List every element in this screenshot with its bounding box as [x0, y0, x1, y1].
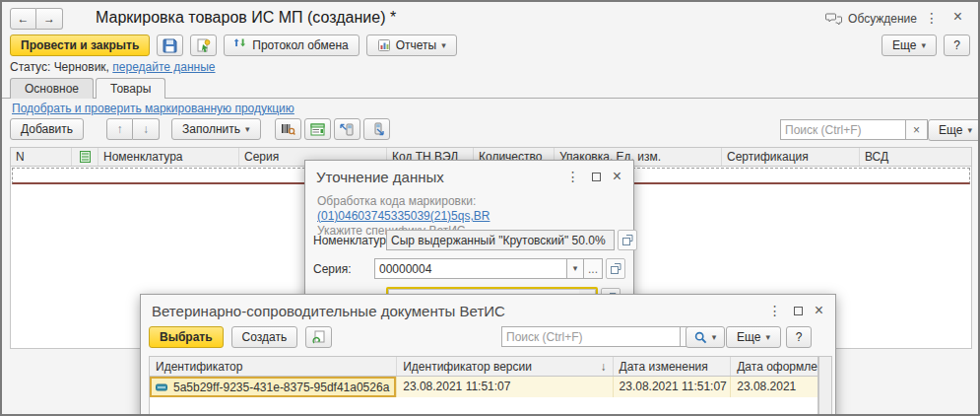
- tsd-unload-button[interactable]: [363, 118, 390, 140]
- goods-toolbar: Добавить ↑ ↓ Заполнить ▾: [10, 118, 390, 140]
- nomenclature-field[interactable]: [386, 230, 615, 250]
- save-button[interactable]: [157, 35, 183, 56]
- vetis-search-input[interactable]: [501, 326, 681, 347]
- fill-button[interactable]: Заполнить ▾: [171, 118, 260, 140]
- col-n[interactable]: N: [11, 148, 72, 166]
- vsd-change-date-cell[interactable]: 23.08.2021 11:51:07: [614, 377, 732, 397]
- open-icon: [611, 263, 621, 274]
- exchange-protocol-button[interactable]: Протокол обмена: [224, 35, 359, 56]
- col-certification[interactable]: Сертификация: [722, 148, 860, 166]
- refresh-document-icon: [312, 330, 326, 345]
- goods-more-label: Еще: [939, 123, 962, 137]
- move-down-button[interactable]: ↓: [133, 118, 160, 140]
- nomenclature-open-button[interactable]: [618, 230, 637, 250]
- vetis-more-dropdown-icon: ▾: [765, 333, 770, 342]
- save-icon: [163, 38, 177, 53]
- goods-more-button[interactable]: Еще ▾: [928, 119, 980, 141]
- reports-dropdown-icon: ▾: [441, 41, 446, 50]
- tsd-load-icon: [340, 122, 355, 136]
- clarify-titlebar: Уточнение данных ⋮ ×: [305, 161, 633, 190]
- post-document-icon: [196, 38, 211, 53]
- clarify-close-icon[interactable]: ×: [613, 169, 621, 184]
- vsd-issue-date-cell[interactable]: 23.08.2021: [731, 377, 817, 397]
- col-marking-state[interactable]: [72, 148, 98, 166]
- goods-search-group: ×: [780, 119, 928, 140]
- nomenclature-row: Номенклатура:: [313, 230, 625, 250]
- window-menu-icon[interactable]: ⋮: [925, 11, 939, 25]
- vetis-more-button[interactable]: Еще ▾: [726, 326, 781, 348]
- search-settings-button[interactable]: ▾: [686, 326, 725, 348]
- back-button[interactable]: ←: [10, 8, 36, 30]
- vetis-help-button[interactable]: ?: [786, 326, 812, 348]
- series-row: Серия: ▾ ...: [313, 258, 625, 279]
- select-button[interactable]: Выбрать: [149, 326, 224, 348]
- vsd-id-cell[interactable]: 5a5b29ff-9235-431e-8375-95df41a0526a: [150, 377, 397, 397]
- col-version-id[interactable]: Идентификатор версии ↓: [397, 357, 613, 376]
- vetis-menu-icon[interactable]: ⋮: [768, 304, 782, 317]
- reports-button[interactable]: Отчеты ▾: [366, 35, 457, 56]
- barcode-icon: [281, 122, 295, 136]
- check-marking-codes-button[interactable]: [304, 118, 331, 140]
- col-identifier[interactable]: Идентификатор: [150, 357, 397, 376]
- move-up-button[interactable]: ↑: [106, 118, 133, 140]
- vetis-close-icon[interactable]: ×: [815, 303, 823, 318]
- create-button[interactable]: Создать: [231, 326, 298, 348]
- series-choose-button[interactable]: ...: [584, 258, 603, 279]
- vsd-table-row[interactable]: 5a5b29ff-9235-431e-8375-95df41a0526a 23.…: [150, 377, 817, 397]
- series-field[interactable]: [374, 258, 567, 279]
- goods-search-input[interactable]: [780, 119, 906, 140]
- marking-table-icon: [310, 123, 325, 136]
- back-icon: ←: [18, 12, 30, 26]
- clarify-maximize-icon[interactable]: [592, 173, 601, 181]
- tsd-load-button[interactable]: [334, 118, 360, 140]
- vetis-table: Идентификатор Идентификатор версии ↓ Дат…: [149, 356, 818, 416]
- vetis-scrollbar[interactable]: [818, 356, 832, 416]
- discussion-button[interactable]: Обсуждение: [825, 12, 917, 26]
- vsd-version-cell[interactable]: 23.08.2021 11:51:07: [397, 377, 613, 397]
- search-settings-dropdown-icon: ▾: [712, 333, 717, 342]
- add-row-button[interactable]: Добавить: [10, 118, 84, 140]
- window-close-icon[interactable]: ×: [953, 9, 962, 25]
- vetis-search-group: ×: [501, 326, 702, 347]
- scan-buttons: [275, 118, 390, 140]
- tabs-bar: Основное Товары: [2, 78, 978, 99]
- vetis-toolbar: Выбрать Создать × ▾ Еще ▾: [149, 326, 827, 350]
- command-bar-right: Еще ▾ ?: [882, 35, 970, 56]
- nav-buttons: ← →: [10, 8, 63, 30]
- form-more-dropdown-icon: ▾: [921, 41, 926, 50]
- row-state-icon: [80, 151, 91, 163]
- barcode-scan-button[interactable]: [275, 118, 301, 140]
- open-icon: [622, 235, 633, 245]
- clarify-title: Уточнение данных: [316, 169, 444, 185]
- pick-and-check-link[interactable]: Подобрать и проверить маркированную прод…: [12, 102, 294, 115]
- vetis-table-header: Идентификатор Идентификатор версии ↓ Дат…: [150, 357, 817, 377]
- series-open-button[interactable]: [606, 258, 625, 279]
- form-more-button[interactable]: Еще ▾: [882, 35, 937, 56]
- col-issue-date[interactable]: Дата оформления: [731, 357, 817, 376]
- col-change-date[interactable]: Дата изменения: [614, 357, 732, 376]
- send-data-link[interactable]: передайте данные: [112, 60, 215, 74]
- marking-code-link[interactable]: (01)04603745335039(21)5qs,BR: [317, 209, 490, 223]
- series-dropdown-button[interactable]: ▾: [567, 258, 584, 279]
- page-title: Маркировка товаров ИС МП (создание) *: [96, 9, 396, 27]
- post-and-close-button[interactable]: Провести и закрыть: [10, 35, 150, 56]
- help-button[interactable]: ?: [944, 35, 970, 56]
- status-value: Черновик,: [54, 60, 109, 74]
- app-window: ← → Маркировка товаров ИС МП (создание) …: [0, 0, 980, 416]
- vetis-window: Ветеринарно-сопроводительные документы В…: [140, 294, 836, 416]
- vetis-maximize-icon[interactable]: [794, 307, 803, 315]
- nomenclature-label: Номенклатура:: [313, 234, 386, 247]
- tab-goods[interactable]: Товары: [96, 78, 165, 99]
- discussion-icon: [825, 13, 842, 26]
- refresh-from-vetis-button[interactable]: [305, 326, 332, 348]
- ellipsis-icon: ...: [588, 262, 598, 276]
- clarify-menu-icon[interactable]: ⋮: [566, 170, 580, 183]
- sort-desc-icon: ↓: [601, 360, 607, 374]
- goods-search-clear-button[interactable]: ×: [906, 119, 928, 140]
- tab-main[interactable]: Основное: [10, 78, 94, 99]
- magnifier-icon: [694, 331, 707, 344]
- forward-button[interactable]: →: [36, 8, 63, 30]
- col-nomenclature[interactable]: Номенклатура: [98, 148, 239, 166]
- post-document-button[interactable]: [190, 35, 217, 56]
- col-vsd[interactable]: ВСД: [860, 148, 971, 166]
